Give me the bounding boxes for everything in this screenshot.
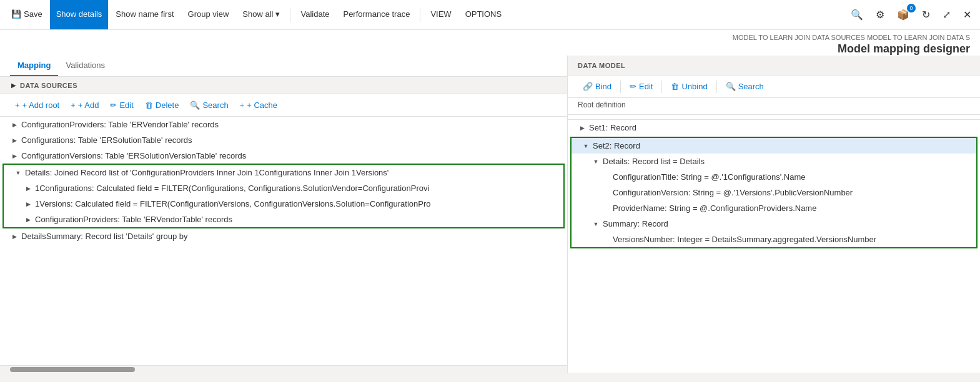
expand-icon: ▶ (10, 136, 19, 145)
show-name-first-button[interactable]: Show name first (109, 0, 180, 29)
show-all-label: Show all (242, 9, 273, 19)
add-icon: + (71, 100, 76, 110)
tree-item-text: Configurations: Table 'ERSolutionTable' … (21, 135, 192, 145)
dm-tree-item[interactable]: ▶ VersionsNumber: Integer = DetailsSumma… (572, 232, 976, 247)
tree-item[interactable]: ▶ Configurations: Table 'ERSolutionTable… (0, 132, 567, 148)
delete-button[interactable]: 🗑 Delete (140, 98, 184, 112)
right-panel: DATA MODEL 🔗 Bind ✏ Edit 🗑 Unbind 🔍 Sear… (568, 56, 980, 373)
expand-icon: ▶ (578, 124, 587, 132)
breadcrumb: MODEL TO LEARN JOIN DATA SOURCES MODEL T… (733, 34, 970, 41)
tree-item[interactable]: ▶ 1Versions: Calculated field = FILTER(C… (4, 196, 563, 212)
dm-tree-item-text: Summary: Record (603, 219, 668, 228)
tree-item[interactable]: ▶ ConfigurationProviders: Table 'ERVendo… (0, 117, 567, 132)
expand-icon: ▶ (24, 200, 32, 208)
expand-icon: ▼ (14, 169, 22, 177)
cache-label: + Cache (247, 100, 277, 110)
tabs-bar: Mapping Validations (0, 56, 567, 77)
dm-tree-item[interactable]: ▶ ConfigurationVersion: String = @.'1Ver… (572, 185, 976, 200)
dm-search-label: Search (738, 82, 764, 91)
add-root-icon: + (15, 100, 20, 110)
dm-tree-item[interactable]: ▼ Set2: Record (572, 138, 976, 154)
tree-item[interactable]: ▶ ConfigurationProviders: Table 'ERVendo… (4, 212, 563, 227)
dm-tree-item-text: Set1: Record (589, 123, 636, 132)
dm-tree-item[interactable]: ▼ Details: Record list = Details (572, 154, 976, 169)
scroll-thumb[interactable] (10, 367, 135, 372)
dm-tree-item-text: ConfigurationTitle: String = @.'1Configu… (613, 172, 806, 182)
ds-collapse-button[interactable]: ▶ (10, 81, 17, 90)
edit-button[interactable]: ✏ Edit (105, 98, 138, 112)
office-btn-wrapper: 📦 0 (893, 5, 913, 24)
bind-icon: 🔗 (583, 82, 593, 91)
expand-icon: ▶ (10, 232, 19, 241)
dm-tree-item[interactable]: ▼ Summary: Record (572, 216, 976, 232)
divider (568, 115, 980, 120)
dm-edit-button[interactable]: ✏ Edit (625, 79, 658, 94)
options-button[interactable]: OPTIONS (459, 0, 508, 29)
expand-icon: ▶ (10, 152, 19, 160)
tree-item[interactable]: ▶ 1Configurations: Calculated field = FI… (4, 180, 563, 196)
add-button[interactable]: + + Add (66, 98, 104, 112)
dm-tree-item-text: Details: Record list = Details (603, 157, 705, 166)
green-box-group: ▼ Details: Joined Record list of 'Config… (2, 164, 565, 228)
dm-search-icon: 🔍 (726, 82, 736, 91)
dm-tree-item[interactable]: ▶ ProviderName: String = @.Configuration… (572, 200, 976, 216)
validate-button[interactable]: Validate (294, 0, 335, 29)
tree-item-text: ConfigurationVersions: Table 'ERSolution… (21, 151, 246, 160)
dm-tree-item[interactable]: ▶ Set1: Record (568, 120, 980, 135)
dm-search-button[interactable]: 🔍 Search (721, 79, 769, 94)
notification-badge: 0 (907, 4, 916, 12)
save-icon: 💾 (11, 9, 21, 19)
add-root-button[interactable]: + + Add root (10, 98, 64, 112)
performance-trace-button[interactable]: Performance trace (337, 0, 416, 29)
show-details-label: Show details (56, 9, 102, 19)
bind-label: Bind (595, 82, 611, 91)
trash-icon: 🗑 (145, 100, 153, 110)
search-icon: 🔍 (190, 100, 200, 110)
tree-item-text: 1Configurations: Calculated field = FILT… (35, 184, 429, 193)
show-details-button[interactable]: Show details (50, 0, 109, 29)
tab-mapping[interactable]: Mapping (10, 56, 58, 76)
search-toolbar-button[interactable]: 🔍 (847, 5, 867, 24)
add-root-label: + Add root (22, 100, 60, 110)
close-button[interactable]: ✕ (959, 5, 975, 24)
tree-item[interactable]: ▼ Details: Joined Record list of 'Config… (4, 165, 563, 180)
toolbar-right: 🔍 ⚙ 📦 0 ↻ ⤢ ✕ (847, 5, 975, 24)
dm-tree: ▶ Set1: Record ▼ Set2: Record ▼ Details:… (568, 120, 980, 373)
tree-item-text: DetailsSummary: Record list 'Details' gr… (21, 232, 188, 241)
view-button[interactable]: VIEW (424, 0, 457, 29)
group-view-label: Group view (188, 9, 229, 19)
ds-toolbar: + + Add root + + Add ✏ Edit 🗑 Delete 🔍 S… (0, 94, 567, 117)
search-label: Search (202, 100, 228, 110)
save-button[interactable]: 💾 Save (5, 0, 49, 29)
horizontal-scrollbar[interactable] (0, 365, 567, 373)
popout-button[interactable]: ⤢ (939, 5, 954, 24)
settings-icon-btn[interactable]: ⚙ (872, 5, 888, 24)
dm-green-box: ▼ Set2: Record ▼ Details: Record list = … (570, 137, 978, 248)
unbind-button[interactable]: 🗑 Unbind (666, 79, 712, 94)
dm-tree-item[interactable]: ▶ ConfigurationTitle: String = @.'1Confi… (572, 169, 976, 185)
tree-item[interactable]: ▶ ConfigurationVersions: Table 'ERSoluti… (0, 148, 567, 164)
view-label: VIEW (430, 9, 451, 19)
bind-button[interactable]: 🔗 Bind (578, 79, 616, 94)
tree-item-text: ConfigurationProviders: Table 'ERVendorT… (35, 215, 232, 224)
tab-validations[interactable]: Validations (58, 56, 112, 76)
dm-tree-item-text: Set2: Record (593, 141, 640, 150)
right-sep-3 (716, 81, 717, 93)
search-button[interactable]: 🔍 Search (185, 98, 233, 112)
group-view-button[interactable]: Group view (182, 0, 235, 29)
validate-label: Validate (300, 9, 329, 19)
data-model-header: DATA MODEL (568, 56, 980, 76)
show-all-button[interactable]: Show all ▾ (236, 0, 286, 29)
left-panel: Mapping Validations ▶ DATA SOURCES + + A… (0, 56, 568, 373)
toolbar-separator-1 (290, 7, 290, 22)
dm-edit-icon: ✏ (630, 82, 636, 91)
refresh-button[interactable]: ↻ (918, 5, 934, 24)
header-area: MODEL TO LEARN JOIN DATA SOURCES MODEL T… (0, 30, 980, 56)
toolbar-separator-2 (420, 7, 420, 22)
tree-item[interactable]: ▶ DetailsSummary: Record list 'Details' … (0, 228, 567, 244)
main-layout: Mapping Validations ▶ DATA SOURCES + + A… (0, 56, 980, 373)
page-title: Model mapping designer (838, 42, 970, 56)
expand-icon: ▶ (24, 215, 32, 224)
tree-item-text: Details: Joined Record list of 'Configur… (25, 168, 389, 177)
cache-button[interactable]: + + Cache (235, 98, 282, 112)
